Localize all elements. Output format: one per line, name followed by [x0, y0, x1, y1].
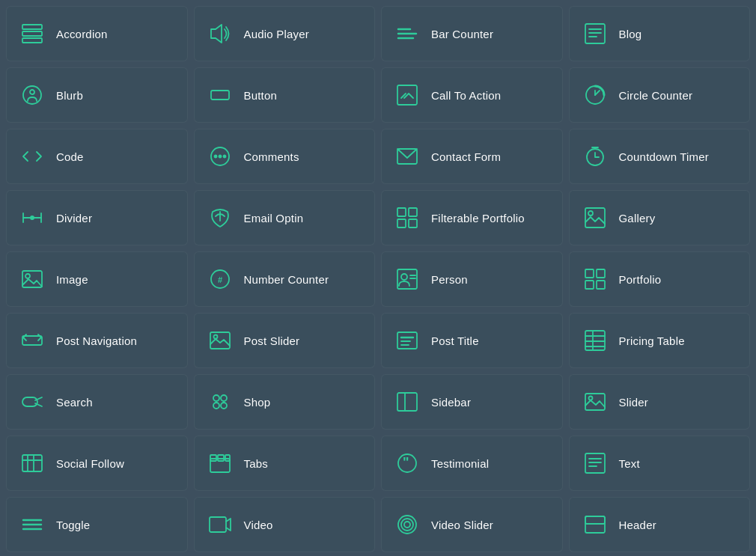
email-optin-icon [207, 204, 234, 231]
svg-point-64 [221, 403, 227, 409]
svg-rect-28 [397, 208, 406, 216]
code-label: Code [56, 150, 84, 163]
widget-social-follow[interactable]: Social Follow [6, 436, 188, 491]
cta-icon [394, 82, 421, 109]
widget-call-to-action[interactable]: Call To Action [381, 67, 563, 123]
widget-accordion[interactable]: Accordion [6, 6, 188, 61]
pricing-table-icon [582, 327, 609, 354]
widget-gallery[interactable]: Gallery [569, 190, 751, 245]
circle-counter-icon [582, 82, 609, 109]
widget-post-title[interactable]: Post Title [381, 313, 563, 368]
widget-comments[interactable]: Comments [194, 129, 376, 184]
bar-counter-label: Bar Counter [431, 28, 493, 40]
widget-filterable-portfolio[interactable]: Filterable Portfolio [381, 190, 563, 245]
widget-person[interactable]: Person [381, 251, 563, 307]
widget-post-navigation[interactable]: Post Navigation [6, 313, 188, 368]
video-icon [207, 511, 234, 538]
widget-pricing-table[interactable]: Pricing Table [569, 313, 751, 368]
svg-rect-49 [397, 332, 417, 349]
svg-rect-75 [218, 455, 224, 461]
accordion-label: Accordion [56, 28, 108, 40]
widget-contact-form[interactable]: Contact Form [381, 129, 563, 184]
svg-point-35 [25, 274, 30, 278]
portfolio-label: Portfolio [619, 273, 662, 286]
tabs-label: Tabs [244, 457, 269, 470]
widget-toggle[interactable]: Toggle [6, 497, 188, 552]
audio-player-label: Audio Player [244, 28, 309, 40]
widget-post-slider[interactable]: Post Slider [194, 313, 376, 368]
post-title-icon [394, 327, 421, 354]
comments-label: Comments [244, 150, 299, 163]
widget-video-slider[interactable]: Video Slider [381, 497, 563, 552]
post-slider-label: Post Slider [244, 334, 300, 347]
toggle-icon [19, 511, 46, 538]
social-follow-label: Social Follow [56, 457, 124, 470]
contact-form-label: Contact Form [431, 150, 501, 163]
widget-video[interactable]: Video [194, 497, 376, 552]
svg-text:": " [403, 455, 409, 470]
widget-button[interactable]: Button [194, 67, 376, 123]
widget-blurb[interactable]: Blurb [6, 67, 188, 123]
widget-image[interactable]: Image [6, 251, 188, 307]
svg-rect-90 [585, 516, 605, 533]
sidebar-label: Sidebar [431, 396, 471, 409]
gallery-label: Gallery [619, 212, 656, 224]
svg-point-11 [30, 90, 34, 94]
gallery-icon [582, 204, 609, 231]
widget-text[interactable]: Text [569, 436, 751, 491]
divider-label: Divider [56, 212, 92, 224]
widget-testimonial[interactable]: " Testimonial [381, 436, 563, 491]
widget-code[interactable]: Code [6, 129, 188, 184]
svg-point-88 [401, 519, 413, 531]
blog-label: Blog [619, 28, 642, 40]
widget-shop[interactable]: Shop [194, 374, 376, 430]
video-label: Video [244, 519, 273, 531]
blurb-icon [19, 82, 46, 109]
widget-audio-player[interactable]: Audio Player [194, 6, 376, 61]
post-slider-icon [207, 327, 234, 354]
testimonial-label: Testimonial [431, 457, 489, 470]
widget-tabs[interactable]: Tabs [194, 436, 376, 491]
svg-rect-44 [585, 281, 594, 289]
button-icon [207, 82, 234, 109]
widget-search[interactable]: Search [6, 374, 188, 430]
tabs-icon [207, 450, 234, 477]
pricing-table-label: Pricing Table [619, 334, 685, 347]
post-title-label: Post Title [431, 334, 479, 347]
svg-point-68 [588, 397, 592, 400]
widget-blog[interactable]: Blog [569, 6, 751, 61]
social-follow-icon [19, 450, 46, 477]
header-icon [582, 511, 609, 538]
svg-point-33 [588, 211, 593, 216]
portfolio-icon [582, 266, 609, 293]
svg-point-18 [214, 156, 216, 158]
widget-divider[interactable]: Divider [6, 190, 188, 245]
widget-email-optin[interactable]: Email Optin [194, 190, 376, 245]
svg-line-15 [595, 91, 600, 95]
svg-point-24 [30, 216, 34, 220]
widget-grid: Accordion Audio Player Bar Counter Blog … [6, 6, 750, 552]
shop-label: Shop [244, 396, 271, 409]
widget-circle-counter[interactable]: Circle Counter [569, 67, 751, 123]
widget-slider[interactable]: Slider [569, 374, 751, 430]
toggle-label: Toggle [56, 519, 90, 531]
svg-rect-2 [22, 38, 42, 43]
svg-rect-6 [585, 24, 605, 43]
sidebar-icon [394, 388, 421, 415]
svg-point-48 [213, 335, 217, 339]
post-navigation-label: Post Navigation [56, 334, 137, 347]
widget-number-counter[interactable]: # Number Counter [194, 251, 376, 307]
blog-icon [582, 20, 609, 47]
widget-bar-counter[interactable]: Bar Counter [381, 6, 563, 61]
divider-icon [19, 204, 46, 231]
header-label: Header [619, 519, 656, 531]
svg-rect-45 [597, 281, 605, 289]
testimonial-icon: " [394, 450, 421, 477]
widget-portfolio[interactable]: Portfolio [569, 251, 751, 307]
widget-countdown-timer[interactable]: Countdown Timer [569, 129, 751, 184]
widget-sidebar[interactable]: Sidebar [381, 374, 563, 430]
svg-rect-42 [585, 269, 594, 278]
svg-rect-79 [585, 453, 605, 473]
widget-header[interactable]: Header [569, 497, 751, 552]
email-optin-label: Email Optin [244, 212, 304, 224]
